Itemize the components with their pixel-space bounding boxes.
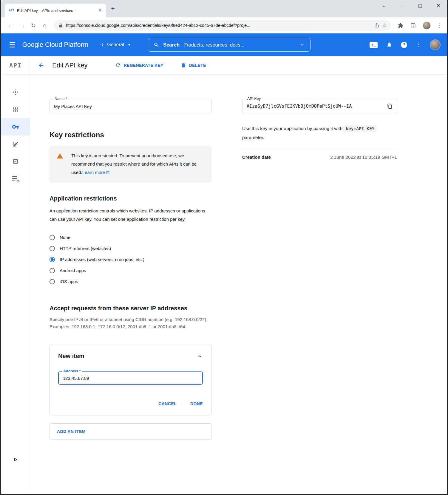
- sidebar-collapse-toggle[interactable]: [1, 457, 30, 462]
- gcp-brand[interactable]: Google Cloud Platform: [22, 41, 88, 49]
- application-restriction-options: None HTTP referrers (websites) IP addres…: [50, 232, 211, 287]
- collapse-chevron-up-icon[interactable]: [197, 353, 203, 359]
- name-field-label: Name *: [53, 97, 69, 101]
- new-item-title: New item: [58, 353, 84, 360]
- back-nav-icon[interactable]: ←: [7, 22, 15, 29]
- browser-tab[interactable]: API Edit API key – APIs and services – ✕: [5, 4, 106, 17]
- cancel-button[interactable]: CANCEL: [158, 401, 177, 406]
- creation-date-row: Creation date 2 June 2022 at 16:35:19 GM…: [242, 150, 397, 160]
- tab-favicon-icon: API: [9, 9, 14, 12]
- api-key-field[interactable]: API Key: [242, 99, 397, 113]
- address-field[interactable]: Address *: [58, 371, 203, 385]
- side-panel-icon[interactable]: [410, 22, 416, 28]
- radio-option-android-apps[interactable]: Android apps: [50, 265, 211, 276]
- url-text[interactable]: https://console.cloud.google.com/apis/cr…: [66, 23, 371, 28]
- gcp-kebab-icon[interactable]: ⋮: [416, 41, 421, 48]
- checkbox-icon: [13, 158, 18, 164]
- share-icon[interactable]: [374, 23, 379, 28]
- external-link-icon: [106, 171, 110, 175]
- cloud-shell-icon[interactable]: >_: [370, 42, 378, 48]
- back-button[interactable]: [38, 62, 44, 69]
- regenerate-key-label: REGENERATE KEY: [124, 63, 163, 68]
- new-tab-button[interactable]: +: [111, 5, 115, 12]
- edit-key-form: Name * Key restrictions This key is unre…: [50, 99, 211, 440]
- search-label: Search: [163, 42, 180, 48]
- maximize-button[interactable]: ▢: [418, 3, 422, 8]
- tab-search-icon[interactable]: ⌄: [382, 3, 386, 8]
- overview-compass-icon: [12, 89, 19, 95]
- delete-button[interactable]: DELETE: [181, 63, 206, 68]
- radio-label: IP addresses (web servers, cron jobs, et…: [60, 257, 144, 262]
- tab-close-icon[interactable]: ✕: [97, 7, 103, 13]
- forward-nav-icon[interactable]: →: [18, 22, 26, 29]
- bookmark-star-icon[interactable]: ☆: [382, 22, 387, 29]
- page-title: Edit API key: [52, 61, 88, 69]
- radio-circle: [50, 235, 55, 240]
- browser-window: API Edit API key – APIs and services – ✕…: [0, 0, 448, 495]
- apis-services-logo: API: [1, 56, 30, 74]
- window-controls: ⌄ — ▢ ✕: [382, 2, 441, 9]
- learn-more-link[interactable]: Learn more: [82, 170, 110, 175]
- browser-menu-kebab-icon[interactable]: ⋮: [437, 22, 442, 29]
- address-bar[interactable]: https://console.cloud.google.com/apis/cr…: [54, 20, 391, 31]
- add-an-item-button[interactable]: ADD AN ITEM: [50, 423, 211, 440]
- application-restrictions-description: An application restriction controls whic…: [50, 207, 211, 223]
- name-field[interactable]: Name *: [50, 99, 211, 113]
- refresh-icon: [115, 62, 121, 68]
- unrestricted-warning-banner: This key is unrestricted. To prevent una…: [50, 146, 211, 183]
- project-name: General: [107, 42, 124, 47]
- radio-option-http-referrers[interactable]: HTTP referrers (websites): [50, 243, 211, 254]
- sidebar-item-library[interactable]: [1, 101, 30, 118]
- search-scope-chevron-icon[interactable]: [299, 42, 305, 47]
- radio-circle: [50, 268, 55, 273]
- gcp-header: ☰ Google Cloud Platform General ▼ Search…: [1, 33, 447, 56]
- home-icon[interactable]: ⌂: [41, 22, 49, 29]
- sidebar-item-overview[interactable]: [1, 84, 30, 101]
- key-icon: [12, 123, 19, 130]
- radio-option-ios-apps[interactable]: iOS apps: [50, 276, 211, 287]
- done-button[interactable]: DONE: [190, 401, 203, 406]
- address-field-label: Address *: [62, 369, 82, 373]
- sidebar-item-oauth-consent[interactable]: [1, 135, 30, 153]
- project-icon: [100, 42, 105, 47]
- hamburger-menu-icon[interactable]: ☰: [9, 41, 16, 49]
- gcp-search-box[interactable]: Search Products, resources, docs...: [148, 38, 310, 52]
- tab-title: Edit API key – APIs and services –: [17, 8, 94, 13]
- browser-titlebar: API Edit API key – APIs and services – ✕…: [1, 0, 447, 17]
- sidebar-item-domain-verification[interactable]: [1, 153, 30, 170]
- copy-key-button[interactable]: [387, 104, 393, 109]
- minimize-button[interactable]: —: [400, 3, 404, 8]
- radio-circle: [50, 257, 55, 262]
- ip-hint-cidr: Specify one IPv4 or IPv6 or a subnet usi…: [50, 316, 211, 323]
- address-input[interactable]: [63, 376, 198, 381]
- library-icon: [12, 106, 19, 113]
- extensions-puzzle-icon[interactable]: [398, 23, 404, 28]
- sidebar-item-page-usage-agreements[interactable]: ⚙: [1, 170, 30, 187]
- name-input[interactable]: [54, 104, 207, 109]
- lock-icon[interactable]: [58, 23, 63, 28]
- radio-option-ip-addresses[interactable]: IP addresses (web servers, cron jobs, et…: [50, 254, 211, 265]
- radio-option-none[interactable]: None: [50, 232, 211, 243]
- project-selector[interactable]: General ▼: [100, 42, 131, 47]
- learn-more-label: Learn more: [82, 170, 105, 175]
- delete-label: DELETE: [189, 63, 206, 68]
- list-gear-icon: ⚙: [12, 176, 19, 182]
- radio-label: iOS apps: [60, 279, 78, 284]
- sidebar-item-credentials[interactable]: [1, 118, 30, 135]
- notifications-bell-icon[interactable]: [386, 42, 392, 48]
- close-button[interactable]: ✕: [436, 2, 441, 9]
- api-key-value[interactable]: [247, 104, 385, 109]
- key-usage-note: Use this key in your application by pass…: [242, 124, 397, 142]
- sidebar: ⚙: [1, 75, 30, 494]
- reload-icon[interactable]: ↻: [29, 22, 38, 29]
- usage-code: key=API_KEY: [344, 125, 376, 132]
- creation-date-label: Creation date: [242, 155, 271, 160]
- caret-down-icon: ▼: [128, 43, 131, 47]
- browser-toolbar: ← → ↻ ⌂ https://console.cloud.google.com…: [1, 17, 447, 33]
- regenerate-key-button[interactable]: REGENERATE KEY: [115, 62, 163, 68]
- account-avatar[interactable]: [430, 39, 441, 50]
- new-item-card: New item Address * CANCEL DONE: [50, 344, 211, 415]
- browser-profile-avatar[interactable]: [423, 21, 431, 30]
- radio-circle: [50, 246, 55, 251]
- help-icon[interactable]: ?: [401, 42, 407, 48]
